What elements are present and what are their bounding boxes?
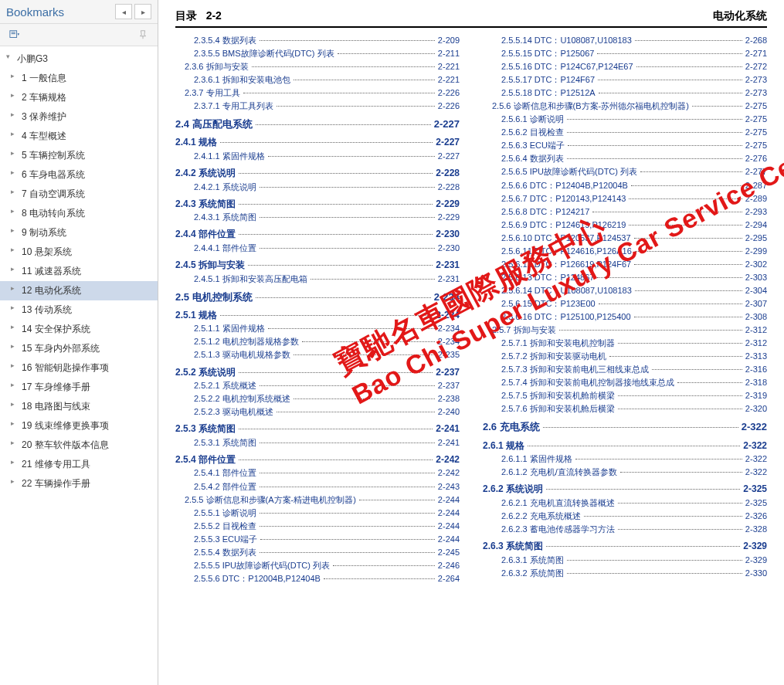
toc-entry[interactable]: 2.6.2.1 充电机直流转换器概述2-325 [483, 497, 767, 510]
toc-entry[interactable]: 2.5.6.12 DTC：P126619,P124F672-302 [483, 258, 767, 271]
toc-entry[interactable]: 2.3.5.5 BMS故障诊断代码(DTC) 列表2-211 [175, 47, 460, 60]
toc-entry[interactable]: 2.5.4 部件位置2-242 [175, 453, 460, 467]
toc-entry[interactable]: 2.5.6.15 DTC：P123E002-307 [483, 297, 767, 310]
toc-entry[interactable]: 2.5.6.5 IPU故障诊断代码(DTC) 列表2-277 [483, 165, 767, 178]
toc-entry[interactable]: 2.5.5 诊断信息和步骤(A方案-精进电机控制器)2-244 [175, 493, 460, 507]
toc-entry[interactable]: 2.5.1 规格2-234 [175, 308, 460, 323]
toc-entry[interactable]: 2.3.7 专用工具2-226 [175, 86, 460, 100]
toc-entry[interactable]: 2.5.5.1 诊断说明2-244 [175, 507, 460, 520]
options-menu-button[interactable] [6, 27, 23, 42]
tree-item-19[interactable]: 19 线束维修更换事项 [0, 416, 158, 436]
toc-entry[interactable]: 2.5.5.5 IPU故障诊断代码(DTC) 列表2-246 [175, 559, 460, 572]
toc-entry[interactable]: 2.4.1 规格2-227 [175, 135, 460, 150]
tree-item-4[interactable]: 4 车型概述 [0, 127, 158, 146]
toc-entry[interactable]: 2.5.5.18 DTC：P12512A2-273 [483, 86, 767, 100]
tree-item-3[interactable]: 3 保养维护 [0, 107, 158, 127]
toc-entry[interactable]: 2.6.3 系统简图2-329 [483, 539, 767, 554]
tree-item-5[interactable]: 5 车辆控制系统 [0, 146, 158, 165]
toc-entry[interactable]: 2.5.6.14 DTC：U108087,U1081832-304 [483, 284, 767, 297]
tree-item-1[interactable]: 1 一般信息 [0, 69, 158, 88]
toc-entry[interactable]: 2.5.5.14 DTC：U108087,U1081832-268 [483, 34, 767, 47]
toc-entry[interactable]: 2.5.7.2 拆卸和安装驱动电机2-313 [483, 350, 767, 363]
toc-entry[interactable]: 2.4.4 部件位置2-230 [175, 227, 460, 242]
toc-entry[interactable]: 2.5.3.1 系统简图2-241 [175, 436, 460, 449]
toc-entry[interactable]: 2.5.6.13 DTC：P1248672-303 [483, 271, 767, 284]
toc-entry[interactable]: 2.4.2.1 系统说明2-228 [175, 181, 460, 194]
toc-entry[interactable]: 2.6.2 系统说明2-325 [483, 482, 767, 497]
toc-entry[interactable]: 2.5.2.2 电机控制系统概述2-238 [175, 392, 460, 405]
tree-item-13[interactable]: 13 传动系统 [0, 300, 158, 320]
tree-item-11[interactable]: 11 减速器系统 [0, 262, 158, 281]
toc-entry[interactable]: 2.4.5.1 拆卸和安装高压配电箱2-231 [175, 273, 460, 286]
toc-entry[interactable]: 2.5.6.9 DTC：P124619,P1262192-294 [483, 219, 767, 232]
toc-entry[interactable]: 2.5.6.2 目视检查2-275 [483, 126, 767, 139]
toc-entry[interactable]: 2.5.7.6 拆卸和安装机舱后横梁2-320 [483, 402, 767, 415]
toc-entry[interactable]: 2.6.2.2 充电系统概述2-326 [483, 510, 767, 523]
toc-entry[interactable]: 2.3.7.1 专用工具列表2-226 [175, 100, 460, 113]
toc-entry[interactable]: 2.6.3.2 系统简图2-330 [483, 567, 767, 580]
toc-entry[interactable]: 2.5.6.8 DTC：P1242172-293 [483, 205, 767, 219]
tree-item-18[interactable]: 18 电路图与线束 [0, 397, 158, 416]
tree-item-8[interactable]: 8 电动转向系统 [0, 204, 158, 223]
toc-entry[interactable]: 2.6 充电系统2-322 [483, 419, 767, 435]
tree-item-9[interactable]: 9 制动系统 [0, 223, 158, 242]
toc-entry[interactable]: 2.4.2 系统说明2-228 [175, 166, 460, 181]
toc-entry[interactable]: 2.4.4.1 部件位置2-230 [175, 242, 460, 255]
toc-entry[interactable]: 2.3.5.4 数据列表2-209 [175, 34, 460, 47]
toc-entry[interactable]: 2.5.5.17 DTC：P124F672-273 [483, 73, 767, 86]
toc-entry[interactable]: 2.4 高压配电系统2-227 [175, 117, 460, 132]
toc-entry[interactable]: 2.6.3.1 系统简图2-329 [483, 554, 767, 567]
tree-item-12[interactable]: 12 电动化系统 [0, 281, 158, 300]
toc-entry[interactable]: 2.6.1.1 紧固件规格2-322 [483, 453, 767, 466]
toc-entry[interactable]: 2.3.6.1 拆卸和安装电池包2-221 [175, 73, 460, 86]
tree-item-7[interactable]: 7 自动空调系统 [0, 185, 158, 204]
toc-entry[interactable]: 2.5.5.16 DTC：P124C67,P124E672-272 [483, 60, 767, 73]
toc-entry[interactable]: 2.5.7.1 拆卸和安装电机控制器2-312 [483, 337, 767, 350]
toc-entry[interactable]: 2.5.6.10 DTC：P120537,P1245372-295 [483, 232, 767, 245]
nav-prev-button[interactable]: ◂ [115, 4, 132, 19]
toc-entry[interactable]: 2.5.2 系统说明2-237 [175, 365, 460, 380]
toc-entry[interactable]: 2.5.4.2 部件位置2-243 [175, 480, 460, 493]
toc-entry[interactable]: 2.5.2.3 驱动电机概述2-240 [175, 405, 460, 419]
toc-entry[interactable]: 2.5.5.6 DTC：P12004B,P12404B2-264 [175, 572, 460, 585]
toc-entry[interactable]: 2.5.2.1 系统概述2-237 [175, 379, 460, 392]
bookmarks-tree[interactable]: 小鹏G31 一般信息2 车辆规格3 保养维护4 车型概述5 车辆控制系统6 车身… [0, 46, 158, 685]
tree-item-16[interactable]: 16 智能钥匙操作事项 [0, 358, 158, 378]
toc-entry[interactable]: 2.5.6 诊断信息和步骤(B方案-苏州德尔福电机控制器)2-275 [483, 100, 767, 113]
toc-entry[interactable]: 2.4.5 拆卸与安装2-231 [175, 258, 460, 273]
toc-entry[interactable]: 2.5.6.7 DTC：P120143,P1241432-289 [483, 192, 767, 205]
toc-entry[interactable]: 2.5.1.3 驱动电机规格参数2-235 [175, 348, 460, 361]
toc-entry[interactable]: 2.5.4.1 部件位置2-242 [175, 466, 460, 480]
toc-entry[interactable]: 2.6.1.2 充电机/直流转换器参数2-322 [483, 466, 767, 479]
toc-entry[interactable]: 2.5.7 拆卸与安装2-312 [483, 324, 767, 337]
toc-entry[interactable]: 2.4.1.1 紧固件规格2-227 [175, 150, 460, 163]
toc-entry[interactable]: 2.5.3 系统简图2-241 [175, 422, 460, 436]
tree-item-22[interactable]: 22 车辆操作手册 [0, 474, 158, 493]
toc-entry[interactable]: 2.6.1 规格2-322 [483, 439, 767, 453]
toc-entry[interactable]: 2.4.3.1 系统简图2-229 [175, 211, 460, 224]
toc-entry[interactable]: 2.5.6.16 DTC：P125100,P1254002-308 [483, 310, 767, 324]
toc-entry[interactable]: 2.5.7.4 拆卸和安装前电机控制器接地线束总成2-318 [483, 376, 767, 389]
pin-icon[interactable] [134, 27, 151, 42]
tree-item-14[interactable]: 14 安全保护系统 [0, 320, 158, 339]
toc-entry[interactable]: 2.5.6.3 ECU端子2-275 [483, 139, 767, 152]
nav-next-button[interactable]: ▸ [134, 4, 151, 19]
tree-item-2[interactable]: 2 车辆规格 [0, 88, 158, 107]
toc-entry[interactable]: 2.5.1.2 电机控制器规格参数2-234 [175, 335, 460, 348]
tree-item-10[interactable]: 10 悬架系统 [0, 242, 158, 262]
toc-entry[interactable]: 2.5.5.4 数据列表2-245 [175, 546, 460, 559]
toc-entry[interactable]: 2.6.2.3 蓄电池传感器学习方法2-328 [483, 523, 767, 536]
tree-item-15[interactable]: 15 车身内外部系统 [0, 339, 158, 358]
toc-entry[interactable]: 2.5.6.11 DTC：P124616,P126A162-299 [483, 245, 767, 258]
tree-item-20[interactable]: 20 整车软件版本信息 [0, 436, 158, 455]
toc-entry[interactable]: 2.5.5.3 ECU端子2-244 [175, 533, 460, 546]
toc-entry[interactable]: 2.5.5.2 目视检查2-244 [175, 520, 460, 533]
toc-entry[interactable]: 2.5.5.15 DTC：P1250672-271 [483, 47, 767, 60]
tree-item-0[interactable]: 小鹏G3 [0, 49, 158, 69]
toc-entry[interactable]: 2.5.6.6 DTC：P12404B,P12004B2-287 [483, 179, 767, 192]
toc-entry[interactable]: 2.5.7.3 拆卸和安装前电机三相线束总成2-316 [483, 363, 767, 376]
toc-entry[interactable]: 2.5 电机控制系统2-234 [175, 290, 460, 305]
tree-item-21[interactable]: 21 维修专用工具 [0, 455, 158, 474]
toc-entry[interactable]: 2.3.6 拆卸与安装2-221 [175, 60, 460, 73]
tree-item-6[interactable]: 6 车身电器系统 [0, 165, 158, 185]
